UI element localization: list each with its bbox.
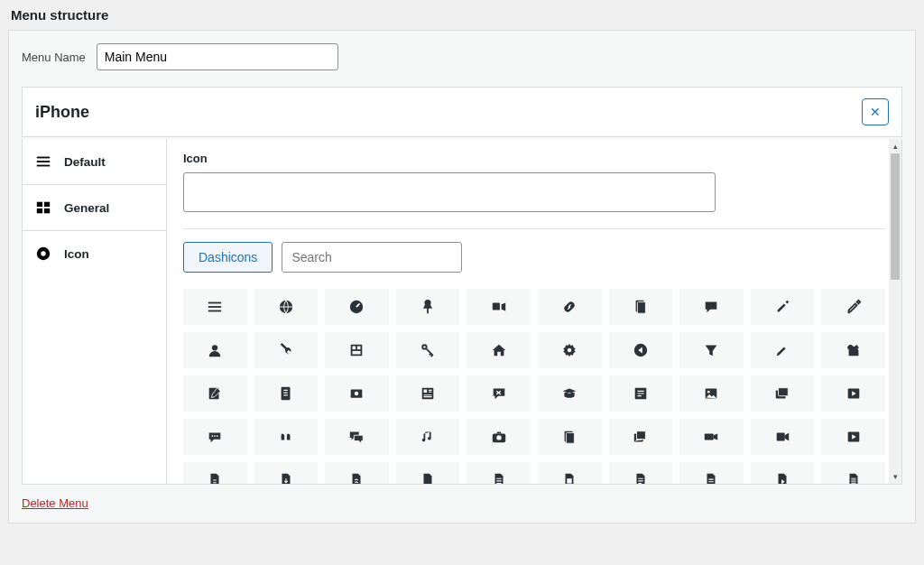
back-icon[interactable] — [609, 332, 673, 368]
menu-icon — [35, 153, 51, 170]
key-icon[interactable] — [396, 332, 460, 368]
media-icon[interactable] — [467, 289, 531, 325]
doc-i-icon[interactable] — [751, 462, 815, 484]
svg-point-41 — [214, 435, 216, 437]
doc-j-icon[interactable] — [821, 462, 885, 484]
camera-icon[interactable] — [467, 419, 531, 455]
doc-f-icon[interactable] — [538, 462, 602, 484]
menu-item-body: DefaultGeneralIcon Icon Dashicons ▴ ▾ — [22, 139, 902, 485]
tab-label: Default — [64, 155, 106, 169]
doc-d-icon[interactable] — [396, 462, 460, 484]
brush-icon[interactable] — [821, 289, 885, 325]
divider — [183, 228, 885, 229]
icon-grid — [183, 289, 885, 484]
icon-search-input[interactable] — [282, 242, 462, 273]
chat-icon[interactable] — [325, 419, 389, 455]
quote-icon[interactable] — [254, 419, 319, 455]
menu-icon[interactable] — [183, 289, 247, 325]
play-icon[interactable] — [821, 419, 885, 455]
tab-icon[interactable]: Icon — [23, 231, 166, 276]
doc-b-icon[interactable] — [254, 462, 319, 484]
image-icon[interactable] — [679, 375, 744, 412]
svg-rect-20 — [357, 347, 361, 350]
icon-value-input[interactable] — [183, 172, 716, 212]
wrench-icon[interactable] — [254, 332, 319, 368]
visibility-icon[interactable] — [325, 375, 389, 412]
scroll-up-icon[interactable]: ▴ — [889, 139, 901, 153]
delete-menu-link[interactable]: Delete Menu — [22, 496, 88, 510]
tab-default[interactable]: Default — [23, 139, 166, 185]
svg-rect-6 — [44, 208, 50, 213]
status-icon[interactable] — [183, 419, 247, 455]
svg-point-36 — [707, 391, 710, 394]
section-title: Menu structure — [5, 0, 919, 30]
svg-rect-19 — [353, 347, 356, 350]
doc-g-icon[interactable] — [609, 462, 673, 484]
dismiss-icon[interactable] — [467, 375, 531, 412]
svg-rect-50 — [777, 433, 785, 441]
audio-icon[interactable] — [396, 419, 460, 455]
svg-point-42 — [217, 435, 218, 437]
svg-point-40 — [212, 435, 214, 437]
icon-field-label: Icon — [183, 152, 885, 165]
tabs-sidebar: DefaultGeneralIcon — [23, 139, 167, 484]
doc-c-icon[interactable] — [325, 462, 389, 484]
svg-rect-1 — [37, 161, 50, 162]
multisite-icon[interactable] — [821, 332, 885, 368]
edit-page-icon[interactable] — [254, 375, 319, 412]
comment-icon[interactable] — [679, 289, 744, 325]
menu-panel: Menu Name iPhone ✕ DefaultGeneralIcon Ic… — [8, 30, 916, 523]
tab-label: Icon — [64, 247, 89, 261]
forms-icon[interactable] — [396, 375, 460, 412]
svg-point-8 — [41, 251, 45, 255]
svg-rect-28 — [281, 387, 290, 400]
video-icon[interactable] — [821, 375, 885, 412]
scrollbar[interactable]: ▴ ▾ — [889, 139, 901, 484]
gear-icon[interactable] — [538, 332, 602, 368]
aside-icon[interactable] — [609, 375, 673, 412]
doc-h-icon[interactable] — [679, 462, 744, 484]
menu-name-input[interactable] — [97, 43, 338, 70]
page-icon[interactable] — [609, 289, 673, 325]
close-button[interactable]: ✕ — [862, 98, 889, 125]
svg-rect-48 — [636, 431, 645, 440]
svg-point-23 — [423, 346, 425, 347]
doc-e-icon[interactable] — [467, 462, 531, 484]
svg-rect-2 — [37, 165, 50, 167]
widget-icon[interactable] — [325, 332, 389, 368]
svg-point-30 — [355, 392, 359, 396]
customize-icon[interactable] — [751, 332, 815, 368]
link-icon[interactable] — [538, 289, 602, 325]
menu-name-label: Menu Name — [22, 51, 86, 64]
svg-point-44 — [496, 435, 501, 440]
menu-item-header[interactable]: iPhone ✕ — [22, 87, 902, 137]
brush-fill-icon[interactable] — [751, 289, 815, 325]
category-icon[interactable] — [538, 419, 602, 455]
learn-icon[interactable] — [538, 375, 602, 412]
svg-rect-14 — [492, 303, 499, 310]
filter-icon[interactable] — [679, 332, 744, 368]
user-icon[interactable] — [183, 332, 247, 368]
svg-rect-21 — [353, 351, 361, 355]
images-icon[interactable] — [609, 419, 673, 455]
site-icon[interactable] — [254, 289, 319, 325]
content-area: Icon Dashicons ▴ ▾ — [167, 139, 901, 484]
pin-icon[interactable] — [396, 289, 460, 325]
appearance-icon — [35, 245, 51, 262]
scroll-down-icon[interactable]: ▾ — [889, 469, 901, 484]
tab-general[interactable]: General — [23, 185, 166, 231]
svg-rect-31 — [351, 396, 363, 398]
gallery-icon[interactable] — [751, 375, 815, 412]
svg-rect-0 — [37, 157, 50, 159]
scroll-thumb[interactable] — [891, 153, 900, 280]
doc-a-icon[interactable] — [183, 462, 247, 484]
svg-point-25 — [568, 348, 572, 353]
video-cam-icon[interactable] — [679, 419, 744, 455]
dashboard-icon[interactable] — [325, 289, 389, 325]
svg-rect-33 — [424, 390, 428, 394]
home-icon[interactable] — [467, 332, 531, 368]
write-icon[interactable] — [183, 375, 247, 412]
icon-library-tab-dashicons[interactable]: Dashicons — [183, 242, 273, 273]
svg-rect-16 — [637, 302, 645, 314]
video-alt-icon[interactable] — [751, 419, 815, 455]
